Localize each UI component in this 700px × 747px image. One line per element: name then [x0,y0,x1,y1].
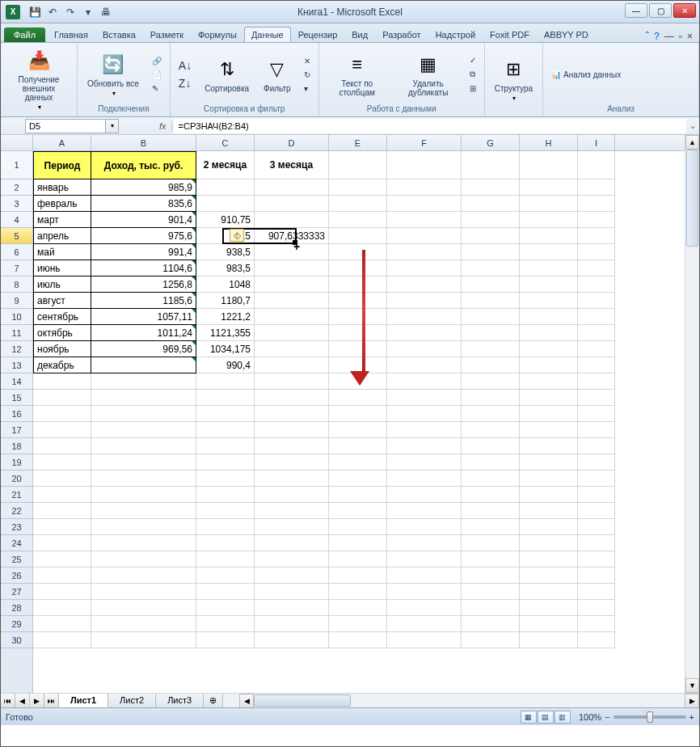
cell[interactable] [329,151,387,179]
sheet-nav-last[interactable]: ⏭ [44,694,59,707]
cell[interactable] [329,551,387,568]
clear-filter-button[interactable]: ✕ [301,55,314,67]
cell[interactable] [329,341,387,357]
cell[interactable]: 2 месяца [196,151,255,179]
cell[interactable] [387,422,462,438]
cell[interactable] [255,632,329,648]
cell[interactable] [462,151,520,179]
cell[interactable] [520,374,578,390]
cell[interactable] [520,438,578,454]
cell[interactable] [387,390,462,406]
cell[interactable]: 1048 [196,276,255,293]
cell[interactable]: 1104,6 [91,260,196,276]
get-external-data-button[interactable]: 📥 Получение внешних данных [6,44,72,114]
cell[interactable] [255,179,329,196]
cell[interactable]: 1034,175 [196,341,255,357]
cell[interactable] [387,551,462,568]
cell[interactable] [91,600,196,616]
maximize-button[interactable]: ▢ [649,3,672,18]
cell[interactable] [255,357,329,374]
cell[interactable] [329,325,387,341]
cell[interactable]: 975,6 [91,228,196,244]
cell[interactable] [387,341,462,357]
cell[interactable]: 910,75 [196,212,255,228]
row-header-3[interactable]: 3 [1,196,32,212]
outline-button[interactable]: ⊞ Структура [490,53,538,105]
cell[interactable] [520,309,578,325]
scroll-right-button[interactable]: ▶ [685,694,699,707]
cell[interactable] [387,568,462,584]
cell[interactable] [387,584,462,600]
cell[interactable]: 991,4 [91,244,196,260]
cell[interactable] [520,616,578,632]
row-header-15[interactable]: 15 [1,390,32,406]
cell[interactable] [387,179,462,196]
cell[interactable] [329,616,387,632]
cell[interactable] [387,260,462,276]
cell[interactable] [329,600,387,616]
cell[interactable] [387,438,462,454]
cell[interactable] [196,584,255,600]
page-break-button[interactable]: ▥ [555,711,571,724]
cell[interactable] [462,293,520,309]
cell[interactable] [520,503,578,519]
row-header-28[interactable]: 28 [1,600,32,616]
cell[interactable] [387,309,462,325]
cell[interactable] [520,212,578,228]
cell[interactable] [91,422,196,438]
cell[interactable] [196,422,255,438]
cell[interactable] [462,454,520,471]
row-header-2[interactable]: 2 [1,179,32,196]
cell[interactable] [255,406,329,422]
cell[interactable] [33,503,91,519]
cell[interactable] [462,196,520,212]
cell[interactable] [255,374,329,390]
zoom-out-button[interactable]: − [605,712,609,722]
cell[interactable] [578,487,615,503]
tab-formulas[interactable]: Формулы [191,27,244,42]
sheet-tab-3[interactable]: Лист3 [156,694,204,707]
cell[interactable] [196,406,255,422]
cell[interactable] [578,325,615,341]
cell[interactable] [91,632,196,648]
cell[interactable] [196,454,255,471]
name-box-dropdown[interactable]: ▾ [106,119,119,133]
cell[interactable] [33,600,91,616]
cell[interactable]: январь [33,179,91,196]
cell[interactable] [329,357,387,374]
cell[interactable] [33,374,91,390]
cell[interactable] [33,535,91,551]
formula-input[interactable] [174,119,686,133]
cell[interactable] [329,454,387,471]
remove-duplicates-button[interactable]: ▦ Удалить дубликаты [395,49,462,100]
cell[interactable] [578,260,615,276]
cell[interactable] [196,600,255,616]
window-restore-icon[interactable]: ▫ [679,31,682,42]
zoom-in-button[interactable]: + [689,712,694,722]
cell[interactable] [329,568,387,584]
cell[interactable]: 1057,11 [91,309,196,325]
cell[interactable] [329,244,387,260]
cell[interactable] [520,487,578,503]
cell[interactable]: 1256,8 [91,276,196,293]
cell[interactable] [255,438,329,454]
tab-review[interactable]: Рецензир [291,27,345,42]
print-icon[interactable]: 🖶 [98,4,114,20]
cell[interactable]: 1011,24 [91,325,196,341]
cell[interactable] [578,438,615,454]
cell[interactable]: 901,4 [91,212,196,228]
cell[interactable] [91,454,196,471]
file-tab[interactable]: Файл [4,27,45,42]
cell[interactable] [91,471,196,487]
row-header-24[interactable]: 24 [1,535,32,551]
cell[interactable] [255,519,329,535]
cell[interactable] [520,151,578,179]
cell[interactable] [462,276,520,293]
cell[interactable] [578,390,615,406]
vertical-scrollbar[interactable]: ▲ ▼ [685,135,699,693]
cell[interactable] [255,260,329,276]
col-header-F[interactable]: F [387,135,462,150]
page-layout-button[interactable]: ▤ [538,711,554,724]
row-header-17[interactable]: 17 [1,422,32,438]
cell[interactable] [462,179,520,196]
